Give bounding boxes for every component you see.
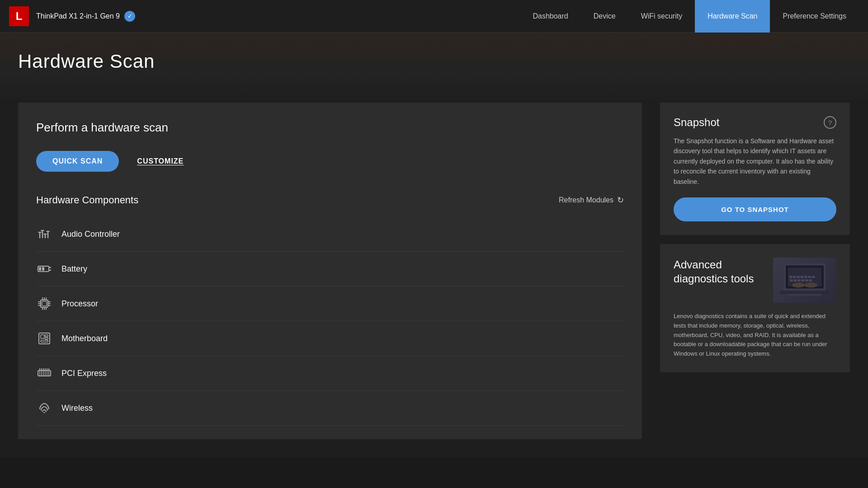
advanced-diagnostics-title: Advanced diagnostics tools (674, 258, 764, 286)
svg-rect-10 (42, 267, 44, 271)
svg-rect-31 (41, 340, 48, 342)
lenovo-logo: L (9, 6, 29, 26)
motherboard-icon (36, 330, 52, 347)
processor-icon (36, 296, 52, 312)
snapshot-card: Snapshot ? The Snapshot function is a So… (660, 103, 850, 235)
svg-rect-65 (788, 294, 821, 296)
device-verified-icon: ✓ (124, 11, 135, 22)
main-content: Hardware Scan Perform a hardware scan QU… (0, 33, 868, 457)
svg-rect-58 (797, 279, 801, 282)
advanced-diagnostics-card: Advanced diagnostics tools (660, 244, 850, 372)
advanced-diagnostics-thumbnail (773, 258, 836, 303)
nav-preference-settings[interactable]: Preference Settings (770, 0, 859, 33)
svg-rect-61 (809, 279, 812, 282)
battery-label: Battery (61, 264, 87, 274)
svg-rect-54 (808, 276, 811, 278)
refresh-icon: ↻ (617, 195, 624, 205)
svg-rect-52 (801, 276, 804, 278)
svg-rect-50 (793, 276, 796, 278)
wireless-icon (36, 400, 52, 416)
refresh-modules-label: Refresh Modules (559, 196, 613, 204)
scan-card: Perform a hardware scan QUICK SCAN CUSTO… (18, 103, 642, 439)
svg-rect-64 (779, 291, 830, 294)
audio-controller-label: Audio Controller (61, 230, 120, 239)
scan-card-title: Perform a hardware scan (36, 121, 624, 135)
content-area: Perform a hardware scan QUICK SCAN CUSTO… (0, 103, 868, 457)
svg-rect-51 (797, 276, 800, 278)
advanced-card-top: Advanced diagnostics tools (674, 258, 836, 303)
page-title: Hardware Scan (18, 51, 850, 72)
component-list: Audio Controller (36, 217, 624, 426)
svg-rect-49 (789, 276, 793, 278)
quick-scan-button[interactable]: QUICK SCAN (36, 151, 119, 172)
pci-express-label: PCI Express (61, 369, 107, 378)
svg-rect-55 (812, 276, 815, 278)
list-item[interactable]: Audio Controller (36, 217, 624, 252)
main-nav: Dashboard Device WiFi security Hardware … (520, 0, 859, 32)
list-item[interactable]: Battery (36, 252, 624, 286)
device-info: ThinkPad X1 2-in-1 Gen 9 ✓ (36, 11, 520, 22)
list-item[interactable]: Wireless (36, 391, 624, 426)
scan-buttons: QUICK SCAN CUSTOMIZE (36, 151, 624, 172)
svg-point-63 (805, 283, 817, 288)
refresh-modules-button[interactable]: Refresh Modules ↻ (559, 195, 624, 205)
nav-device[interactable]: Device (581, 0, 628, 33)
audio-controller-icon (36, 226, 52, 242)
svg-rect-59 (802, 279, 805, 282)
advanced-diagnostics-description: Lenovo diagnostics contains a suite of q… (674, 312, 836, 359)
list-item[interactable]: PCI Express (36, 356, 624, 391)
components-title: Hardware Components (36, 194, 138, 206)
snapshot-description: The Snapshot function is a Software and … (674, 136, 836, 187)
page-header: Hardware Scan (0, 33, 868, 103)
list-item[interactable]: Processor (36, 286, 624, 321)
nav-wifi-security[interactable]: WiFi security (628, 0, 695, 33)
left-panel: Perform a hardware scan QUICK SCAN CUSTO… (18, 103, 642, 439)
svg-rect-9 (39, 267, 41, 271)
pci-express-icon (36, 365, 52, 381)
svg-point-62 (792, 283, 805, 288)
nav-hardware-scan[interactable]: Hardware Scan (695, 0, 770, 33)
svg-rect-29 (45, 335, 48, 337)
snapshot-help-icon[interactable]: ? (824, 116, 836, 129)
device-name: ThinkPad X1 2-in-1 Gen 9 (36, 12, 120, 20)
svg-rect-30 (45, 338, 48, 339)
svg-rect-53 (804, 276, 807, 278)
processor-label: Processor (61, 299, 98, 309)
svg-rect-60 (805, 279, 808, 282)
right-panel: Snapshot ? The Snapshot function is a So… (660, 103, 850, 439)
header: L ThinkPad X1 2-in-1 Gen 9 ✓ Dashboard D… (0, 0, 868, 33)
nav-dashboard[interactable]: Dashboard (520, 0, 580, 33)
components-header: Hardware Components Refresh Modules ↻ (36, 194, 624, 206)
svg-rect-28 (41, 335, 44, 338)
svg-point-45 (44, 412, 45, 413)
customize-button[interactable]: CUSTOMIZE (137, 157, 184, 165)
go-to-snapshot-button[interactable]: GO TO SNAPSHOT (674, 197, 836, 221)
wireless-label: Wireless (61, 404, 93, 413)
snapshot-title: Snapshot (674, 116, 719, 129)
list-item[interactable]: Motherboard (36, 321, 624, 356)
motherboard-label: Motherboard (61, 334, 108, 343)
battery-icon (36, 261, 52, 277)
svg-rect-57 (794, 279, 797, 282)
advanced-title-area: Advanced diagnostics tools (674, 258, 764, 286)
svg-rect-14 (42, 301, 47, 306)
svg-rect-56 (790, 279, 793, 282)
snapshot-card-header: Snapshot ? (674, 116, 836, 129)
